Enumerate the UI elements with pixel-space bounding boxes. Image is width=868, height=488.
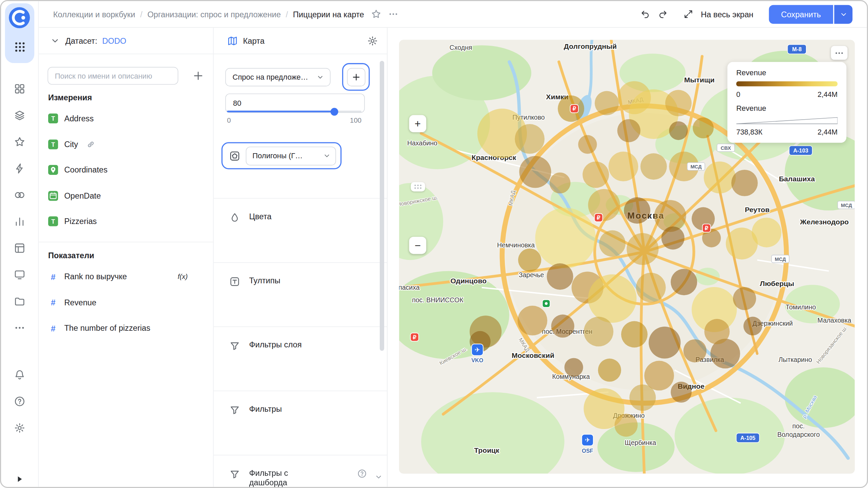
revenue-bubble[interactable] (614, 413, 637, 436)
dataset-collapse-chevron-icon[interactable] (50, 35, 60, 46)
revenue-bubble[interactable] (704, 319, 730, 344)
dataset-measure-revenue[interactable]: #Revenue (39, 290, 213, 316)
revenue-bubble[interactable] (744, 317, 762, 336)
revenue-bubble[interactable] (704, 162, 736, 194)
zoom-out-button[interactable]: − (409, 237, 427, 254)
revenue-bubble[interactable] (693, 118, 714, 139)
revenue-bubble[interactable] (665, 90, 692, 116)
more-icon[interactable] (14, 322, 25, 333)
settings-icon[interactable] (14, 422, 25, 434)
opacity-slider[interactable] (227, 111, 361, 113)
services-grid-icon[interactable] (14, 41, 26, 53)
revenue-bubble[interactable] (515, 124, 545, 154)
revenue-bubble[interactable] (671, 382, 692, 403)
revenue-bubble[interactable] (669, 121, 688, 140)
save-options-button[interactable] (834, 5, 852, 24)
chart-section-2[interactable]: Фильтры слоя (214, 326, 387, 390)
revenue-bubble[interactable] (547, 263, 573, 290)
datasets-icon[interactable] (14, 242, 25, 254)
revenue-bubble[interactable] (671, 269, 697, 295)
revenue-bubble[interactable] (733, 287, 756, 310)
widgets-icon[interactable] (14, 83, 25, 95)
breadcrumb-item[interactable]: Организации: спрос и предложение (147, 10, 281, 19)
dataset-field-address[interactable]: TAddress (39, 106, 213, 131)
revenue-bubble[interactable] (662, 226, 685, 249)
add-layer-button[interactable] (347, 68, 365, 86)
dataset-field-city[interactable]: TCity (39, 131, 213, 157)
expand-icon[interactable] (14, 474, 24, 484)
undo-icon[interactable] (640, 8, 651, 20)
add-field-icon[interactable] (192, 69, 205, 82)
chart-section-1[interactable]: Тултипы (214, 262, 387, 326)
breadcrumb-item[interactable]: Пиццерии на карте (293, 10, 364, 19)
chart-section-4[interactable]: Фильтры с дашборда (214, 455, 387, 487)
dataset-field-opendate[interactable]: OpenDate (39, 183, 213, 209)
editor-icon[interactable] (14, 163, 25, 174)
revenue-bubble[interactable] (588, 274, 636, 323)
storage-icon[interactable] (14, 296, 25, 307)
revenue-bubble[interactable] (627, 233, 658, 265)
layer-selector-dropdown[interactable]: Спрос на предложе… (225, 68, 330, 86)
revenue-bubble[interactable] (640, 153, 667, 180)
collections-icon[interactable] (14, 109, 25, 121)
panel-divider (39, 242, 213, 242)
map-canvas[interactable]: СходняДолгопрудныйМытищиХимкиПутилковоНа… (399, 40, 855, 474)
revenue-bubble[interactable] (517, 306, 547, 336)
datalens-logo[interactable] (8, 7, 30, 29)
revenue-bubble[interactable] (752, 218, 782, 247)
breadcrumb-item[interactable]: Коллекции и воркбуки (53, 10, 135, 19)
measure-hash-icon: # (48, 272, 58, 282)
dashboard-filters-help-icon[interactable] (357, 469, 367, 479)
revenue-bubble[interactable] (731, 170, 758, 196)
connections-icon[interactable] (14, 189, 25, 201)
revenue-bubble[interactable] (684, 339, 707, 362)
notifications-icon[interactable] (14, 369, 25, 381)
help-icon[interactable] (14, 395, 25, 407)
revenue-bubble[interactable] (595, 91, 619, 115)
zoom-in-button[interactable]: + (409, 115, 427, 133)
revenue-bubble[interactable] (649, 327, 680, 359)
revenue-bubble[interactable] (588, 189, 620, 221)
chart-section-3[interactable]: Фильтры (214, 391, 387, 455)
favorites-icon[interactable] (14, 136, 25, 148)
field-search-input[interactable] (47, 67, 178, 85)
save-button[interactable]: Сохранить (769, 5, 833, 24)
revenue-bubble[interactable] (518, 248, 541, 271)
fullscreen-icon[interactable] (683, 8, 694, 20)
dataset-name-link[interactable]: DODO (102, 36, 126, 45)
favorite-star-icon[interactable] (371, 9, 381, 19)
revenue-bubble[interactable] (636, 273, 666, 303)
revenue-bubble[interactable] (578, 135, 597, 154)
revenue-bubble[interactable] (551, 314, 574, 338)
revenue-bubble[interactable] (598, 359, 621, 382)
revenue-bubble[interactable] (629, 384, 656, 411)
fullscreen-label[interactable]: На весь экран (701, 10, 753, 19)
revenue-bubble[interactable] (599, 230, 626, 257)
more-actions-icon[interactable] (388, 9, 398, 19)
revenue-bubble[interactable] (609, 151, 638, 181)
redo-icon[interactable] (658, 8, 669, 20)
chart-section-0[interactable]: Цвета (214, 198, 387, 262)
map-drag-handle[interactable] (411, 182, 425, 191)
dataset-field-pizzerias[interactable]: TPizzerias (39, 209, 213, 235)
dataset-measure-the-number-of-pizzerias[interactable]: #The number of pizzerias (39, 316, 213, 341)
revenue-bubble[interactable] (584, 317, 613, 347)
charts-icon[interactable] (14, 216, 25, 227)
chart-settings-gear-icon[interactable] (367, 35, 378, 46)
geolayer-type-dropdown[interactable]: Полигоны (Г… (246, 146, 336, 165)
revenue-bubble[interactable] (621, 321, 648, 348)
dataset-field-coordinates[interactable]: Coordinates (39, 157, 213, 183)
revenue-bubble[interactable] (617, 119, 640, 142)
revenue-bubble[interactable] (583, 162, 609, 188)
map-more-button[interactable] (831, 46, 848, 60)
revenue-bubble[interactable] (535, 208, 596, 268)
config-scrollbar-thumb[interactable] (380, 61, 384, 351)
scroll-more-chevron-icon[interactable] (374, 472, 383, 481)
opacity-value-input[interactable] (226, 95, 366, 112)
revenue-bubble[interactable] (550, 172, 571, 194)
revenue-bubble[interactable] (565, 358, 583, 377)
dataset-measure-rank-по-выручке[interactable]: #Rank по выручкеf(x) (39, 264, 213, 290)
revenue-bubble[interactable] (624, 197, 650, 224)
dashboards-icon[interactable] (14, 269, 25, 280)
revenue-bubble[interactable] (519, 156, 551, 188)
